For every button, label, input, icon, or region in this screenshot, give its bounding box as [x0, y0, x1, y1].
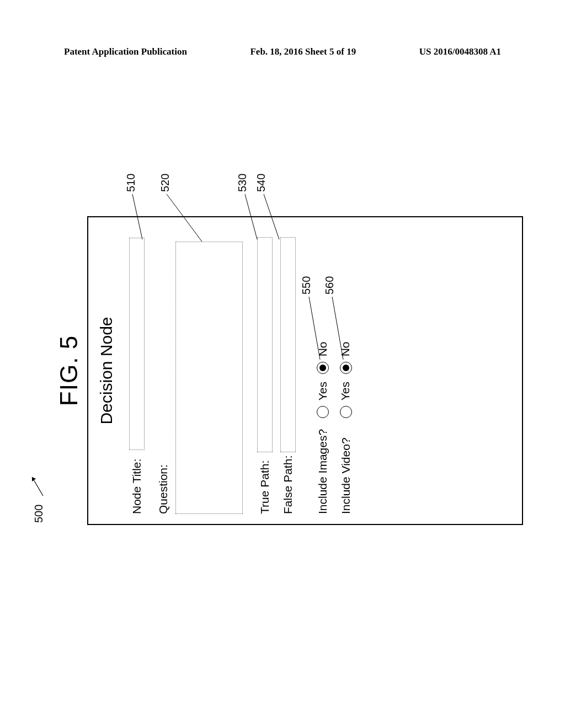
row-include-images: Include Images? Yes No	[316, 227, 329, 514]
ref-520: 520	[159, 174, 172, 192]
ref-550: 550	[300, 276, 313, 295]
panel-title: Decision Node	[97, 217, 116, 524]
ref-560: 560	[323, 276, 336, 295]
row-true-path: True Path:	[257, 227, 273, 514]
radio-images-no[interactable]	[317, 362, 329, 374]
field-question[interactable]	[175, 242, 243, 514]
label-true-path: True Path:	[258, 454, 271, 514]
svg-line-4	[245, 194, 257, 239]
row-include-video: Include Video? Yes No	[338, 227, 352, 514]
ref-500: 500	[33, 505, 45, 523]
ref-530: 530	[236, 174, 249, 192]
row-false-path: False Path:	[280, 227, 296, 514]
opt-no-2: No	[339, 342, 352, 357]
figure-ref-row: 500	[29, 216, 45, 525]
decision-node-panel: Decision Node Node Title: Question: True…	[87, 216, 523, 525]
ref-540: 540	[255, 174, 268, 192]
label-false-path: False Path:	[281, 454, 295, 514]
field-true-path[interactable]	[257, 237, 273, 452]
row-question: Question:	[157, 227, 243, 514]
opt-yes-2: Yes	[339, 382, 352, 400]
page-header: Patent Application Publication Feb. 18, …	[64, 46, 501, 57]
header-center: Feb. 18, 2016 Sheet 5 of 19	[250, 46, 356, 57]
header-right: US 2016/0048308 A1	[419, 46, 501, 57]
label-question: Question:	[157, 464, 170, 514]
radio-video-no[interactable]	[340, 362, 352, 374]
label-include-images: Include Images?	[316, 426, 329, 514]
row-node-title: Node Title:	[129, 227, 145, 514]
arrow-icon	[29, 472, 44, 497]
opt-no: No	[316, 342, 329, 357]
field-node-title[interactable]	[129, 238, 145, 450]
field-false-path[interactable]	[280, 237, 296, 452]
label-include-video: Include Video?	[339, 426, 353, 514]
figure-rotated-container: 500 FIG. 5 Decision Node Node Title: Que…	[29, 216, 536, 525]
figure-title: FIG. 5	[55, 216, 83, 525]
ref-510: 510	[125, 174, 137, 192]
radio-images-yes[interactable]	[317, 406, 329, 418]
radio-video-yes[interactable]	[340, 406, 352, 418]
header-left: Patent Application Publication	[64, 46, 187, 57]
label-node-title: Node Title:	[130, 452, 143, 514]
opt-yes: Yes	[316, 382, 329, 400]
